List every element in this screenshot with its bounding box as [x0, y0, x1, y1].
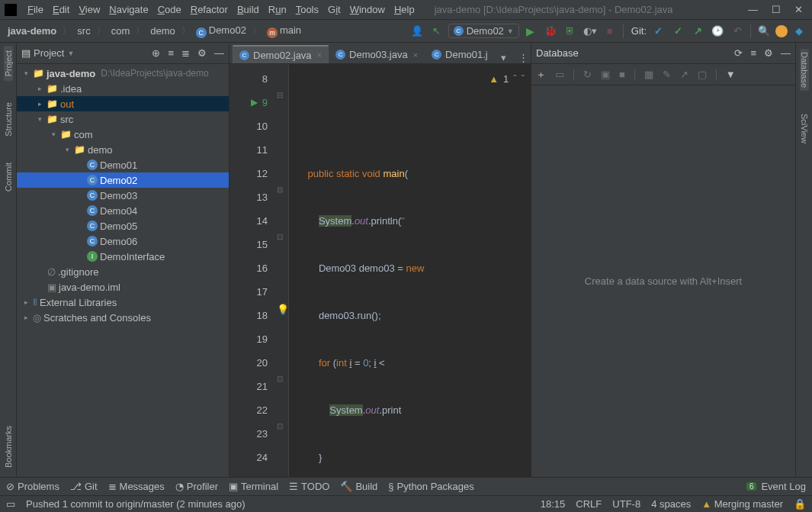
hide-icon[interactable]: —: [214, 47, 224, 59]
refresh-icon[interactable]: ⟳: [734, 47, 743, 59]
edit-icon[interactable]: ✎: [663, 69, 671, 80]
close-icon[interactable]: ×: [317, 50, 322, 60]
line-number-gutter[interactable]: 8▶9101112131415161718192021222324: [229, 64, 274, 477]
hammer-icon[interactable]: ↖: [428, 23, 445, 40]
tree-extlib[interactable]: ▸⫴External Libraries: [17, 295, 229, 310]
git-history-icon[interactable]: 🕑: [709, 23, 726, 40]
tree-scratches[interactable]: ▸◎Scratches and Consoles: [17, 310, 229, 325]
crumb-demo[interactable]: demo: [147, 25, 178, 37]
minimize-icon[interactable]: —: [748, 4, 758, 15]
tab-sciview[interactable]: SciView: [800, 111, 809, 147]
tool-todo[interactable]: ☰ TODO: [289, 481, 329, 492]
editor-warnings[interactable]: ▲1 ˆ ˇ: [489, 67, 525, 91]
menu-build[interactable]: Build: [233, 4, 264, 15]
jump-icon[interactable]: ↗: [680, 69, 688, 80]
tab-bookmarks[interactable]: Bookmarks: [4, 421, 13, 472]
tab-database[interactable]: Database: [800, 49, 809, 91]
menu-window[interactable]: Window: [345, 4, 390, 15]
duplicate-icon[interactable]: ▭: [555, 69, 564, 80]
menu-tools[interactable]: Tools: [291, 4, 323, 15]
tab-demo02[interactable]: CDemo02.java×: [233, 45, 329, 63]
status-indent[interactable]: 4 spaces: [651, 498, 691, 510]
tree-demo06[interactable]: CDemo06: [17, 233, 229, 249]
crumb-method[interactable]: mmain: [264, 24, 304, 38]
tree-out[interactable]: ▸📁out: [17, 96, 229, 111]
crumb-project[interactable]: java-demo: [5, 25, 59, 37]
tree-demo01[interactable]: CDemo01: [17, 157, 229, 172]
menu-help[interactable]: Help: [390, 4, 419, 15]
git-push-icon[interactable]: ↗: [689, 23, 706, 40]
crumb-src[interactable]: src: [74, 25, 93, 37]
run-gutter-icon[interactable]: ▶: [251, 91, 258, 114]
tree-demo04[interactable]: CDemo04: [17, 203, 229, 218]
run-config-selector[interactable]: C Demo02 ▼: [448, 24, 519, 38]
status-line-sep[interactable]: CRLF: [576, 498, 602, 510]
tool-problems[interactable]: ⊘ Problems: [6, 481, 59, 492]
target-icon[interactable]: ⊕: [152, 47, 160, 59]
tab-project[interactable]: Project: [4, 46, 13, 81]
status-encoding[interactable]: UTF-8: [612, 498, 640, 510]
project-panel-title[interactable]: ▤ Project ▼: [21, 47, 74, 59]
tree-idea[interactable]: ▸📁.idea: [17, 81, 229, 96]
expand-all-icon[interactable]: ≡: [168, 47, 174, 59]
run-icon[interactable]: ▶: [522, 23, 539, 40]
tree-gitignore[interactable]: ∅.gitignore: [17, 264, 229, 279]
menu-navigate[interactable]: Navigate: [104, 4, 152, 15]
tree-root[interactable]: ▾📁java-demoD:\IdeaProjects\java-demo: [17, 66, 229, 81]
editor-body[interactable]: 8▶9101112131415161718192021222324 ⊟ ⊟ ⊡ …: [229, 64, 531, 477]
menu-edit[interactable]: Edit: [48, 4, 74, 15]
bulb-icon[interactable]: 💡: [277, 304, 289, 315]
tabs-dropdown-icon[interactable]: ▾: [495, 52, 512, 63]
menu-file[interactable]: File: [23, 4, 48, 15]
close-icon[interactable]: ✕: [794, 4, 803, 15]
close-icon[interactable]: ×: [413, 50, 418, 60]
git-update-icon[interactable]: ✓: [650, 23, 666, 40]
tree-src[interactable]: ▾📁src: [17, 111, 229, 127]
status-branch[interactable]: ▲ Merging master: [701, 498, 783, 510]
gear-icon[interactable]: ⚙: [764, 47, 773, 59]
add-user-icon[interactable]: 👤: [409, 23, 425, 40]
sync-icon[interactable]: ↻: [583, 69, 592, 80]
stop-icon[interactable]: ■: [619, 69, 625, 80]
search-icon[interactable]: 🔍: [756, 23, 772, 40]
menu-view[interactable]: View: [74, 4, 104, 15]
status-lock-icon[interactable]: 🔒: [794, 498, 806, 510]
status-caret-pos[interactable]: 18:15: [541, 498, 566, 510]
tool-python[interactable]: § Python Packages: [388, 481, 473, 492]
maximize-icon[interactable]: ☐: [772, 4, 781, 15]
tree-iml[interactable]: ▣java-demo.iml: [17, 279, 229, 295]
breadcrumb[interactable]: java-demo〉 src〉 com〉 demo〉 CDemo02〉 mmai…: [5, 24, 304, 38]
code-area[interactable]: ▲1 ˆ ˇ public static void main( System.o…: [289, 64, 531, 477]
filter-rows-icon[interactable]: ≡: [750, 47, 756, 59]
tool-build[interactable]: 🔨 Build: [340, 481, 377, 492]
coverage-icon[interactable]: ⛨: [562, 23, 579, 40]
project-tree[interactable]: ▾📁java-demoD:\IdeaProjects\java-demo ▸📁.…: [17, 64, 229, 477]
cancel-icon[interactable]: ▣: [601, 69, 610, 80]
avatar[interactable]: [775, 25, 788, 37]
tab-demo01[interactable]: CDemo01.j: [425, 45, 495, 63]
menu-code[interactable]: Code: [153, 4, 186, 15]
console-icon[interactable]: ▢: [698, 69, 707, 80]
add-icon[interactable]: ＋: [536, 68, 546, 82]
tool-messages[interactable]: ≣ Messages: [108, 481, 165, 492]
profile-icon[interactable]: ◐▾: [582, 23, 599, 40]
fold-gutter[interactable]: ⊟ ⊟ ⊡ 💡 ⊡ ⊡: [274, 64, 289, 477]
menu-run[interactable]: Run: [264, 4, 291, 15]
table-icon[interactable]: ▦: [644, 69, 653, 80]
crumb-com[interactable]: com: [108, 25, 133, 37]
tree-demo[interactable]: ▾📁demo: [17, 142, 229, 157]
tree-demo03[interactable]: CDemo03: [17, 188, 229, 203]
tab-structure[interactable]: Structure: [4, 98, 13, 141]
debug-icon[interactable]: 🐞: [542, 23, 559, 40]
menu-refactor[interactable]: Refactor: [186, 4, 233, 15]
ide-settings-icon[interactable]: ◆: [791, 23, 807, 40]
tool-profiler[interactable]: ◔ Profiler: [175, 481, 218, 492]
hide-icon[interactable]: —: [781, 47, 791, 59]
gear-icon[interactable]: ⚙: [197, 47, 207, 59]
crumb-class[interactable]: CDemo02: [193, 24, 249, 38]
stop-icon[interactable]: ■: [602, 23, 618, 40]
menu-git[interactable]: Git: [323, 4, 345, 15]
tree-demo05[interactable]: CDemo05: [17, 218, 229, 233]
undo-icon[interactable]: ↶: [729, 23, 746, 40]
tree-demointerface[interactable]: IDemoInterface: [17, 249, 229, 264]
